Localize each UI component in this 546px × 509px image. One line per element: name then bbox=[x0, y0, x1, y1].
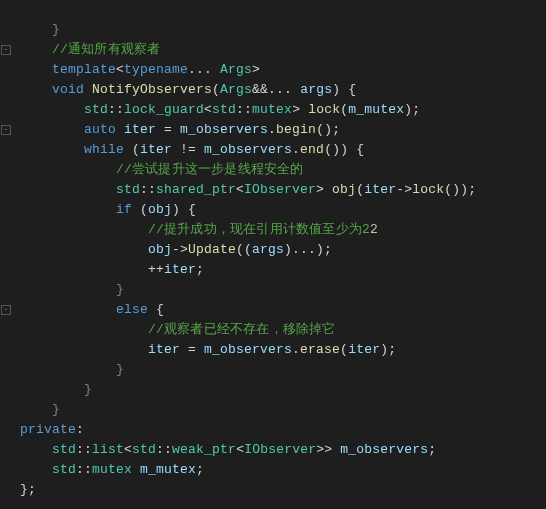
code-line: std::list<std::weak_ptr<IObserver>> m_ob… bbox=[20, 442, 436, 457]
code-line-comment: //通知所有观察者 bbox=[20, 42, 160, 57]
fold-gutter: - - - bbox=[0, 0, 14, 509]
code-line: while (iter != m_observers.end()) { bbox=[20, 142, 364, 157]
code-line: std::mutex m_mutex; bbox=[20, 462, 204, 477]
code-line: } bbox=[20, 282, 124, 297]
code-line: iter = m_observers.erase(iter); bbox=[20, 342, 396, 357]
code-line: } bbox=[20, 22, 60, 37]
code-line: } bbox=[20, 382, 92, 397]
code-line-comment: //提升成功，现在引用计数值至少为22 bbox=[20, 222, 378, 237]
code-line: void NotifyObservers(Args&&... args) { bbox=[20, 82, 356, 97]
fold-marker[interactable]: - bbox=[1, 305, 11, 315]
code-line: std::shared_ptr<IObserver> obj(iter->loc… bbox=[20, 182, 476, 197]
code-line: template<typename... Args> bbox=[20, 62, 260, 77]
code-line: }; bbox=[20, 482, 36, 497]
fold-marker[interactable]: - bbox=[1, 45, 11, 55]
code-line: } bbox=[20, 402, 60, 417]
code-editor[interactable]: } //通知所有观察者 template<typename... Args> v… bbox=[0, 0, 546, 500]
code-line: auto iter = m_observers.begin(); bbox=[20, 122, 340, 137]
code-line-comment: //观察者已经不存在，移除掉它 bbox=[20, 322, 336, 337]
fold-marker[interactable]: - bbox=[1, 125, 11, 135]
code-line: ++iter; bbox=[20, 262, 204, 277]
code-line: std::lock_guard<std::mutex> lock(m_mutex… bbox=[20, 102, 420, 117]
code-line-comment: //尝试提升这一步是线程安全的 bbox=[20, 162, 304, 177]
code-line: else { bbox=[20, 302, 164, 317]
code-line: private: bbox=[20, 422, 84, 437]
code-line: if (obj) { bbox=[20, 202, 196, 217]
code-line: } bbox=[20, 362, 124, 377]
code-line: obj->Update((args)...); bbox=[20, 242, 332, 257]
